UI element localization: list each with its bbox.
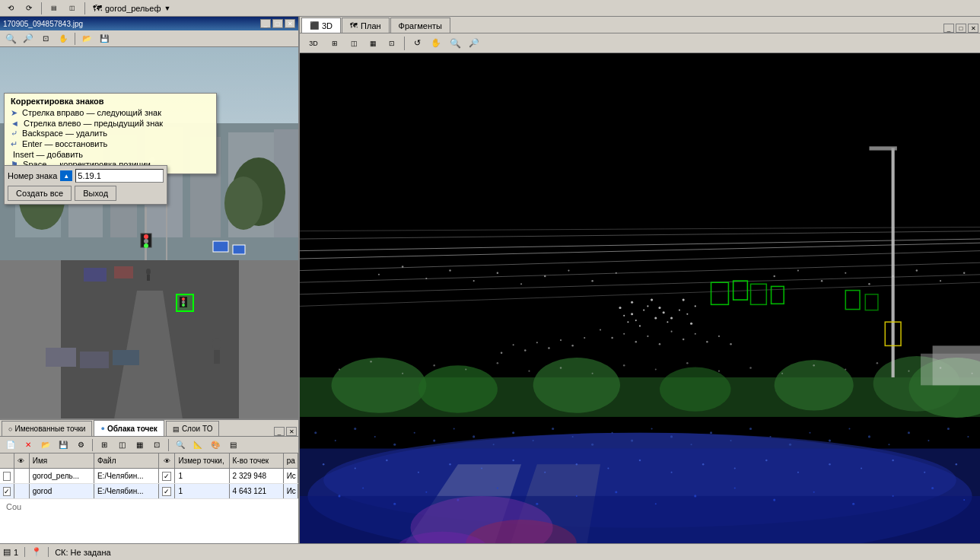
right-panel: ⬛ 3D 🗺 План Фрагменты _ □ ✕ 3D ⊞ ◫ ▦ ⊡ bbox=[300, 17, 980, 543]
photo-zoom-in-btn[interactable]: 🔍 bbox=[3, 32, 18, 46]
svg-point-72 bbox=[481, 467, 482, 469]
svg-point-80 bbox=[734, 467, 736, 469]
svg-point-121 bbox=[623, 315, 625, 317]
to-layers-icon: ▤ bbox=[173, 425, 180, 433]
pc-measure-btn[interactable]: 📐 bbox=[190, 438, 205, 452]
row1-eye[interactable] bbox=[14, 469, 29, 483]
toolbar-btn-1[interactable]: ⟲ bbox=[3, 2, 18, 15]
row1-check[interactable] bbox=[0, 469, 14, 483]
table-row[interactable]: gorod Е:/Челябин... 1 4 643 121 bbox=[0, 484, 298, 499]
pc-layers-btn[interactable]: ▤ bbox=[225, 438, 240, 452]
svg-point-223 bbox=[789, 444, 791, 446]
close-btn[interactable]: ✕ bbox=[285, 19, 295, 28]
zoom-out-btn[interactable]: 🔎 bbox=[466, 36, 482, 51]
right-toolbar: 3D ⊞ ◫ ▦ ⊡ ↺ ✋ 🔍 🔎 bbox=[300, 33, 980, 53]
tab-named-points[interactable]: ○ Именованные точки bbox=[2, 421, 92, 436]
rotate-btn[interactable]: ↺ bbox=[409, 36, 425, 51]
context-menu-item-2: ⤶ Backspace — удалить bbox=[11, 129, 210, 138]
svg-point-159 bbox=[635, 341, 637, 342]
col-header-check bbox=[0, 453, 14, 468]
pan-btn[interactable]: ✋ bbox=[428, 36, 444, 51]
svg-point-70 bbox=[418, 472, 419, 473]
minimize-btn[interactable]: _ bbox=[260, 19, 271, 28]
row2-eye[interactable] bbox=[14, 484, 29, 498]
right-minimize-btn[interactable]: _ bbox=[943, 24, 954, 33]
toolbar-btn-4[interactable]: ◫ bbox=[65, 2, 80, 15]
pc-tool3-btn[interactable]: ▦ bbox=[132, 438, 147, 452]
pc-tool1-btn[interactable]: ⊞ bbox=[97, 438, 112, 452]
photo-sep1 bbox=[75, 33, 75, 45]
view-perspective-btn[interactable]: ◫ bbox=[345, 36, 362, 51]
svg-point-204 bbox=[414, 432, 415, 434]
tab-3d[interactable]: ⬛ 3D bbox=[301, 18, 341, 33]
tab-point-clouds[interactable]: ● Облака точек bbox=[94, 420, 164, 436]
svg-point-139 bbox=[449, 269, 450, 271]
svg-point-209 bbox=[512, 431, 514, 434]
pc-color-btn[interactable]: 🎨 bbox=[208, 438, 223, 452]
svg-point-93 bbox=[418, 365, 498, 412]
row1-checkbox[interactable] bbox=[3, 472, 11, 481]
sign-number-field[interactable]: 5.19.1 bbox=[75, 169, 164, 183]
toolbar-btn-2[interactable]: ⟳ bbox=[21, 2, 37, 15]
view-fit-btn[interactable]: ⊡ bbox=[383, 36, 400, 51]
tab-plan[interactable]: 🗺 План bbox=[342, 18, 390, 33]
photo-fit-btn[interactable]: ⊡ bbox=[38, 32, 53, 46]
svg-point-51 bbox=[393, 503, 396, 505]
svg-point-23 bbox=[144, 234, 148, 239]
svg-point-114 bbox=[647, 305, 648, 307]
svg-point-138 bbox=[425, 278, 427, 279]
tab-to-layers[interactable]: ▤ Слои ТО bbox=[166, 421, 220, 436]
right-maximize-btn[interactable]: □ bbox=[956, 24, 966, 33]
tab-fragments[interactable]: Фрагменты bbox=[390, 18, 450, 33]
photo-pan-btn[interactable]: ✋ bbox=[56, 32, 71, 46]
pc-save-btn[interactable]: 💾 bbox=[56, 438, 71, 452]
pc-delete-btn[interactable]: ✕ bbox=[21, 438, 36, 452]
svg-point-186 bbox=[655, 369, 657, 371]
app-title-dropdown[interactable]: ▼ bbox=[164, 5, 170, 12]
svg-point-176 bbox=[339, 369, 340, 371]
svg-point-210 bbox=[533, 440, 534, 441]
view-3d-btn[interactable]: 3D bbox=[303, 36, 324, 51]
svg-point-214 bbox=[612, 432, 613, 434]
zoom-btn[interactable]: 🔍 bbox=[447, 36, 463, 51]
row2-checkbox[interactable] bbox=[3, 487, 11, 496]
3d-tab-icon: ⬛ bbox=[310, 21, 319, 30]
sign-icon: ▲ bbox=[60, 170, 72, 181]
photo-open-btn[interactable]: 📂 bbox=[79, 32, 94, 46]
photo-save-btn[interactable]: 💾 bbox=[97, 32, 112, 46]
pc-tool4-btn[interactable]: ⊡ bbox=[149, 438, 164, 452]
view-top-btn[interactable]: ⊞ bbox=[326, 36, 343, 51]
svg-point-40 bbox=[146, 269, 151, 275]
svg-point-55 bbox=[536, 503, 538, 505]
photo-zoom-out-btn[interactable]: 🔎 bbox=[21, 32, 36, 46]
svg-point-67 bbox=[323, 463, 324, 465]
row1-vis-checkbox[interactable] bbox=[162, 472, 171, 481]
right-close-btn[interactable]: ✕ bbox=[968, 24, 978, 33]
svg-point-192 bbox=[845, 369, 846, 371]
svg-point-127 bbox=[695, 305, 696, 307]
pc-settings-btn[interactable]: ⚙ bbox=[73, 438, 88, 452]
row2-vis-checkbox[interactable] bbox=[162, 487, 171, 496]
pc-zoom-btn[interactable]: 🔍 bbox=[173, 438, 188, 452]
svg-rect-16 bbox=[0, 260, 61, 419]
panel-minimize-btn[interactable]: _ bbox=[274, 427, 285, 436]
toolbar-btn-3[interactable]: ▤ bbox=[46, 2, 62, 15]
view-ortho-btn[interactable]: ▦ bbox=[364, 36, 381, 51]
table-row[interactable]: gorod_рель... Е:/Челябин... 1 2 329 948 bbox=[0, 469, 298, 484]
pc-tool2-btn[interactable]: ◫ bbox=[114, 438, 129, 452]
row2-check[interactable] bbox=[0, 484, 14, 498]
svg-point-113 bbox=[663, 311, 665, 313]
create-all-btn[interactable]: Создать все bbox=[8, 186, 72, 201]
maximize-btn[interactable]: □ bbox=[272, 19, 283, 28]
row1-vis[interactable] bbox=[159, 469, 175, 483]
svg-point-137 bbox=[402, 266, 403, 267]
svg-point-180 bbox=[465, 369, 466, 371]
pc-new-btn[interactable]: 📄 bbox=[3, 438, 18, 452]
svg-rect-107 bbox=[892, 148, 895, 377]
panel-close-btn[interactable]: ✕ bbox=[286, 427, 297, 436]
photo-toolbar: 🔍 🔎 ⊡ ✋ 📂 💾 bbox=[0, 30, 298, 47]
row2-vis[interactable] bbox=[159, 484, 175, 498]
viewport-3d[interactable] bbox=[300, 53, 980, 543]
exit-btn[interactable]: Выход bbox=[75, 186, 116, 201]
pc-open-btn[interactable]: 📂 bbox=[38, 438, 53, 452]
